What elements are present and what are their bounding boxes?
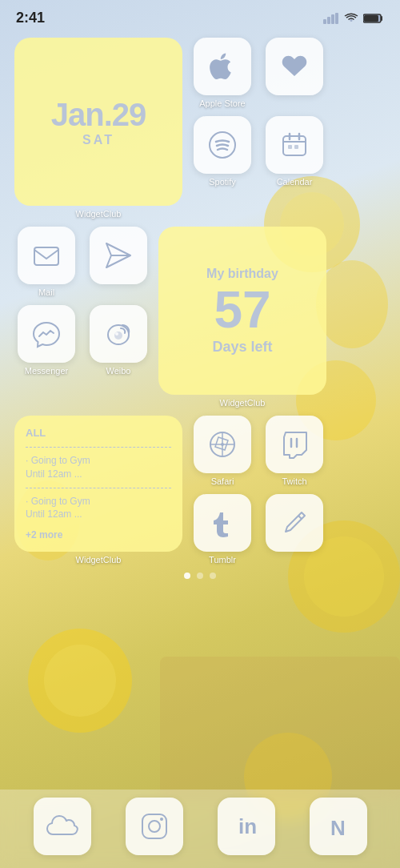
spotify-app[interactable]: Spotify [190,116,254,187]
date-widget-day: SAT [82,133,114,147]
messenger-box[interactable] [18,305,75,363]
mail-box[interactable] [18,227,75,284]
svg-text:in: in [238,814,257,838]
svg-text:N: N [330,816,346,840]
wifi-icon [344,13,358,24]
dot-1 [184,573,190,579]
left-icons-col: Mail Messenger [14,227,78,376]
safari-twitch-row: Safari Twitch [190,416,326,486]
apple-store-icon[interactable]: Apple Store [190,38,254,108]
weibo-app[interactable]: Weibo [86,305,150,376]
safari-icon [207,429,238,460]
calendar-label: Calendar [277,177,313,187]
status-icons [323,13,384,24]
pencil-icon [279,508,310,538]
linkedin-app[interactable]: in [218,798,275,855]
todo-title: ALL [26,427,171,439]
todo-widget[interactable]: ALL · Going to GymUntil 12am ... · Going… [14,416,182,552]
todo-divider-1 [26,447,171,448]
dot-3 [210,573,216,579]
status-time: 2:41 [16,10,45,26]
page-dots [14,573,386,579]
apple-logo-icon [208,52,237,81]
date-widget[interactable]: Jan.29 SAT [14,38,182,206]
date-widget-date: Jan.29 [51,97,146,133]
health-box[interactable] [266,38,323,95]
heart-icon [280,52,309,81]
date-widget-col: Jan.29 SAT WidgetClub [14,38,182,219]
cloud-icon [46,815,78,838]
health-icon-app[interactable] [262,38,326,108]
twitch-label: Twitch [282,476,306,486]
netflix-app[interactable]: N [310,798,367,855]
notes-box[interactable] [266,494,323,552]
row-2: Mail Messenger [14,227,386,408]
twitch-box[interactable] [266,416,323,473]
messenger-app[interactable]: Messenger [14,305,78,376]
tumblr-app[interactable]: Tumblr [190,494,254,565]
netflix-n-icon: N [323,811,354,842]
notes-app[interactable]: . [262,494,326,565]
row-3: ALL · Going to GymUntil 12am ... · Going… [14,416,386,565]
todo-item-1: · Going to GymUntil 12am ... [26,454,171,481]
birthday-widget-label: WidgetClub [220,398,266,408]
linkedin-icon: in [231,811,262,842]
svg-point-38 [149,821,160,832]
svg-point-39 [160,818,163,821]
todo-more: +2 more [26,529,171,540]
messenger-icon [31,319,62,349]
spotify-box[interactable] [194,116,251,174]
instagram-icon [139,811,170,842]
right-top-col: Apple Store [190,38,386,187]
dock: in N [0,790,400,868]
mail-app[interactable]: Mail [14,227,78,297]
svg-line-36 [298,516,302,519]
tumblr-label: Tumblr [209,555,236,565]
svg-rect-16 [364,15,378,22]
twitch-app[interactable]: Twitch [262,416,326,486]
spotify-icon [207,130,238,160]
direct-app[interactable]: . [86,227,150,297]
safari-label: Safari [211,476,234,486]
todo-divider-2 [26,488,171,488]
calendar-box[interactable] [266,116,323,174]
svg-point-28 [115,332,118,336]
svg-rect-12 [327,17,330,24]
todo-item-2: · Going to GymUntil 12am ... [26,495,171,522]
calendar-icon [279,130,310,160]
safari-box[interactable] [194,416,251,473]
right-apps-col: Safari Twitch [190,416,326,565]
safari-app[interactable]: Safari [190,416,254,486]
tumblr-box[interactable] [194,494,251,552]
calendar-app[interactable]: Calendar [262,116,326,187]
tumblr-pencil-row: Tumblr . [190,494,326,565]
svg-rect-23 [294,145,298,149]
tumblr-icon [207,508,238,538]
twitch-icon [279,429,310,460]
paper-plane-icon [103,240,134,271]
weibo-label: Weibo [106,366,131,376]
weibo-box[interactable] [90,305,147,363]
status-bar: 2:41 [0,0,400,31]
instagram-app[interactable] [126,798,183,855]
spotify-calendar-row: Spotify Calendar [190,116,386,187]
direct-weibo-col: . Weibo [86,227,150,376]
svg-rect-24 [34,247,58,265]
svg-point-33 [221,443,224,446]
weibo-icon [103,319,134,349]
battery-icon [363,13,384,24]
dot-2 [197,573,203,579]
mail-icon [31,240,62,271]
svg-rect-11 [323,19,326,24]
birthday-widget[interactable]: My birthday 57 Days left [158,227,326,395]
svg-point-27 [114,332,122,340]
apple-store-box[interactable] [194,38,251,95]
birthday-number: 57 [214,284,270,336]
date-widget-label: WidgetClub [76,209,122,219]
todo-widget-label: WidgetClub [76,555,122,565]
svg-rect-13 [331,14,334,24]
birthday-widget-col: My birthday 57 Days left WidgetClub [158,227,326,408]
messenger-label: Messenger [25,366,68,376]
direct-box[interactable] [90,227,147,284]
icloud-app[interactable] [34,798,91,855]
